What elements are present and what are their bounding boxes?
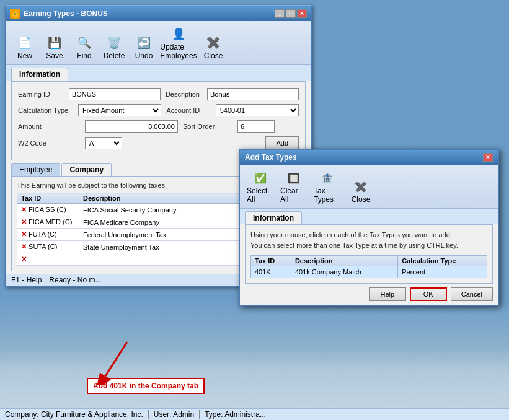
dialog-toolbar: ✅ Select All 🔲 Clear All 🏦 Tax Types ✖️ … — [240, 165, 498, 209]
w2-code-select[interactable]: A B C — [85, 137, 122, 149]
tab-company[interactable]: Company — [61, 163, 112, 176]
tax-types-button[interactable]: 🏦 Tax Types — [312, 167, 343, 206]
add-button[interactable]: Add — [265, 136, 299, 150]
close-label: Close — [204, 51, 223, 60]
close-button[interactable]: ✖️ Close — [200, 32, 227, 62]
description-input[interactable] — [207, 88, 299, 100]
dialog-tax-table: Tax ID Description Calculation Type 401K… — [250, 255, 487, 278]
dialog-calc-type-cell: Percent — [398, 266, 487, 278]
tax-types-label: Tax Types — [314, 186, 341, 204]
svg-line-1 — [105, 342, 127, 376]
main-toolbar: 📄 New 💾 Save 🔍 Find 🗑️ Delete ↩️ Undo 👤 … — [6, 21, 311, 65]
dialog-col-tax-id: Tax ID — [251, 256, 291, 266]
tax-id-cell: ✕ SUTA (C) — [17, 241, 79, 253]
clear-all-label: Clear All — [280, 186, 308, 204]
window-title: Earning Types - BONUS — [24, 9, 108, 18]
update-employees-button[interactable]: 👤 Update Employees — [160, 24, 197, 62]
find-label: Find — [77, 51, 91, 60]
update-employees-icon: 👤 — [170, 25, 187, 43]
save-icon: 💾 — [46, 34, 63, 51]
new-button[interactable]: 📄 New — [11, 32, 38, 62]
earning-id-row: Earning ID Description — [18, 88, 299, 100]
col-tax-id: Tax ID — [17, 193, 79, 204]
tax-id-cell: ✕ — [17, 253, 79, 266]
find-icon: 🔍 — [76, 34, 93, 51]
account-id-label: Account ID — [166, 107, 210, 114]
select-all-button[interactable]: ✅ Select All — [245, 167, 276, 206]
tab-information[interactable]: Information — [11, 68, 68, 81]
status-text: Ready - No m... — [49, 276, 101, 284]
new-label: New — [17, 51, 32, 60]
update-employees-label: Update Employees — [160, 43, 197, 60]
dialog-tab-strip: Information — [240, 209, 498, 224]
dialog-title-bar: Add Tax Types ✕ — [240, 150, 498, 165]
maximize-button[interactable]: □ — [286, 9, 296, 18]
dialog-toolbar-close-label: Close — [352, 195, 371, 204]
sort-order-label: Sort Order — [183, 123, 232, 130]
company-info: Company: City Furniture & Appliance, Inc… — [5, 410, 149, 419]
calculation-type-select[interactable]: Fixed Amount Percent Hours x Rate — [78, 104, 161, 116]
title-bar-left: 💰 Earning Types - BONUS — [10, 9, 108, 19]
dialog-col-calc-type: Calculation Type — [398, 256, 487, 266]
earning-id-input[interactable] — [69, 88, 161, 100]
delete-icon: 🗑️ — [105, 34, 123, 51]
w2-code-label: W2 Code — [18, 139, 80, 147]
save-label: Save — [46, 51, 63, 60]
tab-employee[interactable]: Employee — [11, 163, 60, 176]
user-info: User: Admin — [154, 410, 200, 419]
app-icon: 💰 — [10, 9, 20, 19]
calculation-type-label: Calculation Type — [18, 107, 73, 114]
tax-id-cell: ✕ FUTA (C) — [17, 229, 79, 241]
dialog-buttons: Help OK Cancel — [240, 284, 498, 305]
undo-icon: ↩️ — [135, 34, 153, 51]
earning-id-label: Earning ID — [18, 90, 64, 98]
title-bar: 💰 Earning Types - BONUS _ □ ✕ — [6, 6, 311, 21]
type-info: Type: Administra... — [205, 410, 266, 419]
clear-all-button[interactable]: 🔲 Clear All — [278, 167, 309, 206]
select-all-label: Select All — [247, 186, 274, 204]
cancel-button[interactable]: Cancel — [451, 287, 493, 301]
dialog-title-text: Add Tax Types — [245, 153, 297, 162]
dialog-close-button[interactable]: ✕ — [483, 153, 493, 162]
close-icon: ✖️ — [205, 34, 222, 51]
delete-label: Delete — [104, 51, 125, 60]
main-tab-strip: Information — [6, 65, 311, 81]
clear-all-icon: 🔲 — [285, 169, 303, 186]
dialog-content: Using your mouse, click on each of the T… — [245, 224, 493, 284]
bottom-status-bar: Company: City Furniture & Appliance, Inc… — [0, 408, 509, 420]
delete-button[interactable]: 🗑️ Delete — [100, 32, 128, 62]
dialog-col-description: Description — [291, 256, 397, 266]
undo-label: Undo — [135, 51, 153, 60]
help-button[interactable]: Help — [369, 287, 406, 301]
amount-row: Amount Sort Order — [18, 120, 299, 133]
title-controls: _ □ ✕ — [275, 9, 307, 18]
dialog-tax-id-cell: 401K — [251, 266, 291, 278]
amount-label: Amount — [18, 123, 80, 130]
sort-order-input[interactable] — [237, 120, 275, 133]
tax-id-cell: ✕ FICA MED (C) — [17, 216, 79, 229]
amount-input[interactable] — [85, 120, 178, 133]
tax-types-icon: 🏦 — [319, 169, 336, 186]
save-button[interactable]: 💾 Save — [41, 32, 68, 62]
dialog-desc-cell: 401k Company Match — [291, 266, 397, 278]
account-id-select[interactable]: 5400-01 — [216, 104, 299, 116]
description-label: Description — [166, 90, 202, 98]
f1-help: F1 - Help — [11, 276, 42, 284]
annotation-arrow — [96, 336, 133, 385]
tax-id-cell: ✕ FICA SS (C) — [17, 204, 79, 216]
dialog-tab-information[interactable]: Information — [245, 211, 302, 224]
select-all-icon: ✅ — [252, 169, 269, 186]
new-icon: 📄 — [16, 34, 33, 51]
window-close-button[interactable]: ✕ — [297, 9, 307, 18]
undo-button[interactable]: ↩️ Undo — [130, 32, 157, 62]
dialog-toolbar-close-button[interactable]: ✖️ Close — [345, 176, 376, 206]
dialog-toolbar-close-icon: ✖️ — [352, 178, 370, 195]
dialog-notice: Using your mouse, click on each of the T… — [250, 230, 487, 250]
w2-code-row: W2 Code A B C Add — [18, 136, 299, 150]
add-tax-types-dialog: Add Tax Types ✕ ✅ Select All 🔲 Clear All… — [239, 149, 499, 306]
find-button[interactable]: 🔍 Find — [71, 32, 98, 62]
ok-button[interactable]: OK — [410, 287, 447, 301]
dialog-table-row[interactable]: 401K 401k Company Match Percent — [251, 266, 487, 278]
minimize-button[interactable]: _ — [275, 9, 285, 18]
calculation-type-row: Calculation Type Fixed Amount Percent Ho… — [18, 104, 299, 116]
